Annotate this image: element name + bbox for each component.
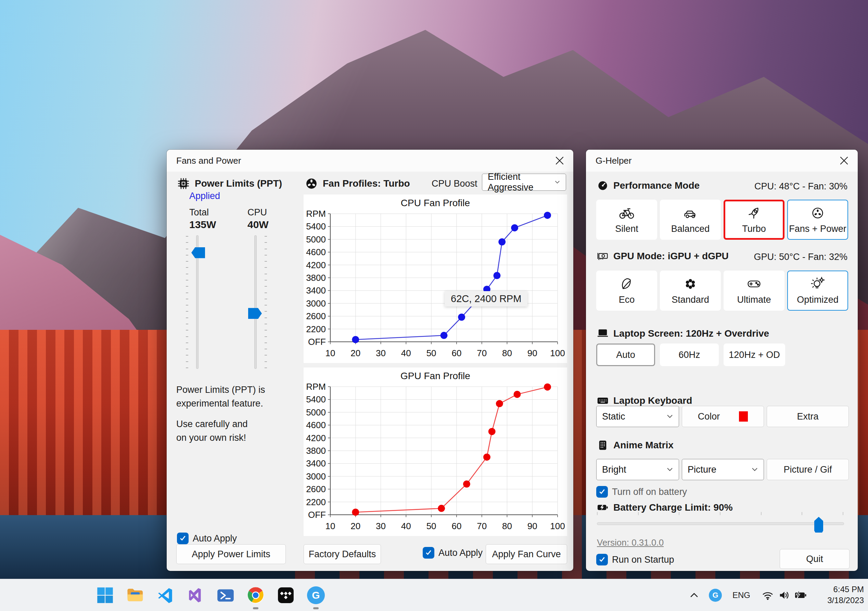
mode-button-label: Balanced (671, 224, 710, 234)
perf-mode-turbo-button[interactable]: Turbo (724, 200, 784, 240)
fans-and-power-window: Fans and Power Power Limits (PPT) Applie… (167, 150, 573, 571)
perf-mode-silent-button[interactable]: Silent (596, 200, 657, 240)
tray-chevron-button[interactable] (687, 589, 702, 601)
fan-curve-point[interactable] (544, 383, 551, 390)
fan-curve-point[interactable] (511, 224, 518, 232)
fan-curve-point[interactable] (438, 505, 445, 512)
fan-curve-point[interactable] (544, 211, 551, 219)
keyboard-color-button[interactable]: Color (682, 406, 764, 427)
laptop-keyboard-header-label: Laptop Keyboard (613, 395, 692, 406)
bicycle-icon (619, 205, 635, 221)
tray-language-button[interactable]: ENG (731, 589, 752, 601)
total-value: 135W (189, 219, 216, 230)
ghelper-taskbar-button[interactable]: G (305, 584, 327, 606)
screen-auto-button[interactable]: Auto (596, 344, 655, 366)
ppt-note-line3: Use carefully and (176, 419, 248, 429)
apply-fan-curve-button[interactable]: Apply Fan Curve (486, 544, 567, 564)
chevron-down-icon (555, 180, 560, 185)
gpu-mode-standard-button[interactable]: Standard (660, 271, 721, 311)
factory-defaults-button[interactable]: Factory Defaults (304, 544, 381, 564)
battery-slider-track[interactable] (597, 522, 844, 525)
fan-curve-point[interactable] (440, 332, 448, 339)
fan-curve-point[interactable] (483, 454, 490, 461)
cpu-power-slider-thumb[interactable] (248, 308, 262, 319)
version-link[interactable]: Version: 0.31.0.0 (597, 537, 663, 548)
svg-text:2600: 2600 (306, 484, 326, 494)
keyboard-extra-button[interactable]: Extra (767, 406, 849, 427)
svg-text:3800: 3800 (306, 446, 326, 456)
total-power-slider-thumb[interactable] (191, 247, 205, 258)
svg-text:3000: 3000 (306, 298, 326, 309)
tray-battery-button[interactable] (793, 589, 808, 601)
tray-ghelper-button[interactable]: G (708, 589, 723, 601)
gpu-fan-chart: GPU Fan ProfileRPM5400500046004200380034… (304, 367, 567, 536)
chrome-running-indicator (253, 607, 259, 609)
visual-studio-button[interactable] (184, 584, 206, 606)
run-on-startup-checkbox[interactable] (596, 554, 608, 566)
mode-button-label: Standard (671, 295, 709, 305)
start-button[interactable] (94, 584, 116, 606)
anime-picture-gif-button[interactable]: Picture / Gif (767, 459, 849, 480)
flower-icon (682, 276, 698, 292)
svg-text:5000: 5000 (306, 234, 326, 244)
turn-off-on-battery-checkbox[interactable] (596, 486, 608, 498)
screen-120hz-od-button[interactable]: 120Hz + OD (724, 344, 785, 366)
fan-curve-point[interactable] (352, 508, 359, 516)
svg-text:40: 40 (401, 521, 411, 531)
svg-text:4600: 4600 (306, 420, 326, 430)
svg-text:10: 10 (326, 348, 335, 358)
ghelper-close-button[interactable] (835, 153, 853, 168)
keyboard-color-label: Color (698, 411, 720, 422)
fan-curve-point[interactable] (458, 314, 465, 321)
total-power-slider-ticks (186, 236, 189, 368)
fans-window-titlebar: Fans and Power (167, 150, 573, 172)
keyboard-mode-select[interactable]: Static (596, 406, 679, 427)
fan-auto-apply-checkbox[interactable] (423, 547, 434, 558)
fan-curve-point[interactable] (498, 238, 505, 246)
power-auto-apply-checkbox[interactable] (177, 533, 189, 544)
svg-text:5400: 5400 (306, 221, 326, 232)
svg-text:RPM: RPM (306, 381, 326, 392)
laptop-keyboard-header: Laptop Keyboard (596, 394, 692, 407)
gpu-fan-chart-panel: GPU Fan ProfileRPM5400500046004200380034… (304, 367, 567, 536)
svg-text:70: 70 (477, 521, 487, 531)
anime-mode-select[interactable]: Picture (682, 459, 764, 480)
cpu-boost-value: Efficient Aggressive (488, 172, 555, 193)
perf-mode-fans-power-button[interactable]: Fans + Power (787, 200, 848, 240)
quit-button[interactable]: Quit (780, 549, 849, 569)
svg-text:4200: 4200 (306, 433, 326, 443)
file-explorer-button[interactable] (124, 584, 146, 606)
tray-volume-button[interactable] (777, 589, 792, 601)
perf-mode-balanced-button[interactable]: Balanced (660, 200, 721, 240)
battery-slider-thumb[interactable] (814, 517, 823, 533)
fan-curve-point[interactable] (513, 391, 521, 398)
cpu-power-slider-track[interactable] (254, 235, 257, 369)
fan-curve-point[interactable] (352, 336, 359, 343)
keyboard-mode-value: Static (602, 411, 625, 422)
fan-curve-point[interactable] (493, 272, 501, 279)
chip-icon (176, 176, 191, 191)
gpu-mode-ultimate-button[interactable]: Ultimate (724, 271, 784, 311)
tray-clock[interactable]: 6:45 PM 3/18/2023 (827, 584, 864, 606)
anime-brightness-select[interactable]: Bright (596, 459, 679, 480)
leaf-icon (619, 276, 635, 292)
cpu-boost-select[interactable]: Efficient Aggressive (482, 174, 566, 191)
powershell-button[interactable] (215, 584, 237, 606)
gpu-mode-eco-button[interactable]: Eco (596, 271, 657, 311)
tray-wifi-button[interactable] (760, 589, 775, 601)
fan-curve-point[interactable] (463, 480, 470, 488)
chrome-button[interactable] (245, 584, 267, 606)
vscode-button[interactable] (154, 584, 176, 606)
ppt-note-line2: experimental feature. (176, 398, 263, 409)
visual-studio-icon (187, 587, 204, 604)
fan-icon (304, 176, 319, 191)
tidal-button[interactable] (275, 584, 297, 606)
screen-60hz-button[interactable]: 60Hz (660, 344, 719, 366)
fans-window-close-button[interactable] (551, 153, 569, 168)
power-limits-header-label: Power Limits (PPT) (195, 178, 282, 189)
fan-curve-point[interactable] (488, 428, 496, 435)
gpu-mode-optimized-button[interactable]: Optimized (787, 271, 848, 311)
apply-power-limits-button[interactable]: Apply Power Limits (176, 544, 286, 564)
gamepad-icon (746, 276, 762, 292)
fan-curve-point[interactable] (496, 400, 503, 407)
